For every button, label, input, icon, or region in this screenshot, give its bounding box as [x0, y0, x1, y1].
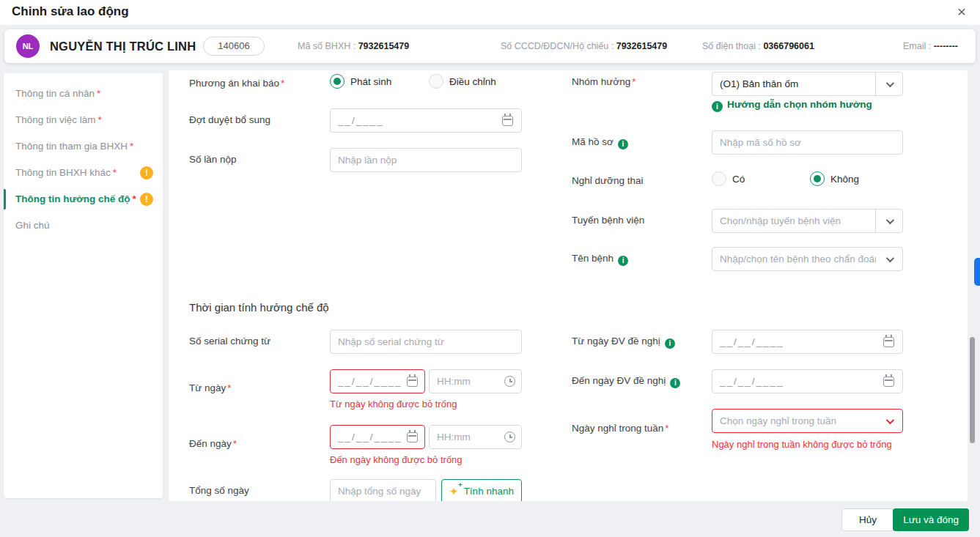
nhom-huong-guide-link[interactable]: iHướng dẫn chọn nhóm hưởng — [712, 99, 872, 112]
field-label-dot-duyet: Đợt duyệt bổ sung — [189, 114, 270, 125]
required-mark: * — [130, 141, 133, 152]
phone-value: 0366796061 — [763, 41, 814, 51]
sidebar-item-thong-tin-tham-gia-bhxh[interactable]: Thông tin tham gia BHXH* — [4, 136, 163, 158]
required-mark: * — [98, 114, 102, 125]
close-icon[interactable]: × — [953, 3, 970, 21]
field-label-so-serial: Số serial chứng từ — [189, 336, 270, 347]
save-and-close-button[interactable]: Lưu và đóng — [893, 508, 969, 531]
radio-phat-sinh[interactable]: Phát sinh — [330, 74, 391, 89]
tu-ngay-dv-date-input[interactable] — [712, 330, 903, 354]
sidebar-item-thong-tin-bhxh-khac[interactable]: Thông tin BHXH khác*! — [4, 162, 163, 184]
required-mark: * — [97, 88, 100, 99]
so-lan-nop-input[interactable] — [330, 148, 522, 172]
sidebar-item-label: Ghi chú — [15, 220, 50, 231]
nhom-huong-value: (O1) Bản thân ốm — [712, 78, 875, 89]
ngay-nghi-error: Ngày nghỉ trong tuần không được bỏ trống — [712, 439, 892, 450]
field-label-nhom-huong: Nhóm hưởng* — [572, 76, 635, 87]
footer-bar: Hủy Lưu và đóng — [0, 503, 980, 537]
field-label-tuyen-benh-vien: Tuyến bệnh viện — [572, 215, 644, 226]
chevron-down-icon — [886, 253, 894, 262]
email-value: -------- — [934, 41, 958, 51]
calendar-icon[interactable] — [502, 116, 513, 126]
required-mark: * — [133, 193, 136, 204]
chevron-down-icon — [886, 215, 894, 223]
dot-duyet-date-input[interactable] — [330, 108, 522, 133]
sidebar-item-thong-tin-viec-lam[interactable]: Thông tin việc làm* — [4, 109, 163, 131]
field-label-ma-ho-so: Mã hồ sơi — [572, 136, 628, 149]
edge-widget[interactable] — [974, 258, 980, 286]
sidebar-item-ghi-chu[interactable]: Ghi chú — [4, 215, 163, 237]
info-icon: i — [618, 139, 628, 149]
field-label-tu-ngay: Từ ngày* — [189, 382, 232, 393]
ten-benh-select[interactable]: Nhập/chọn tên bệnh theo chẩn đoán — [712, 247, 903, 271]
employee-code-badge: 140606 — [203, 37, 265, 56]
info-icon: i — [618, 256, 628, 266]
tinh-nhanh-button[interactable]: ✦Tính nhanh — [441, 479, 522, 501]
info-icon: i — [665, 338, 675, 349]
calendar-icon[interactable] — [407, 377, 418, 387]
cccd-value: 7932615479 — [616, 41, 668, 51]
info-icon: i — [670, 378, 680, 388]
sidebar: Thông tin cá nhân* Thông tin việc làm* T… — [4, 73, 163, 498]
radio-circle — [810, 171, 825, 186]
radio-label: Có — [732, 174, 745, 185]
radio-circle — [330, 74, 345, 89]
radio-label: Phát sinh — [350, 76, 391, 87]
nhom-huong-select[interactable]: (O1) Bản thân ốm — [712, 72, 903, 96]
field-label-ten-benh: Tên bệnhi — [572, 253, 628, 266]
field-label-khai-bao: Phương án khai báo* — [189, 78, 284, 89]
required-mark: * — [113, 167, 117, 178]
radio-label: Điều chỉnh — [449, 76, 496, 87]
vertical-scrollbar[interactable] — [970, 337, 975, 443]
chevron-down-icon — [886, 78, 894, 86]
field-label-den-ngay-dv: Đến ngày ĐV đề nghịi — [572, 375, 680, 388]
ngay-nghi-select[interactable]: Chọn ngày nghỉ trong tuần — [712, 409, 903, 433]
field-label-den-ngay: Đến ngày* — [189, 438, 237, 449]
radio-khong[interactable]: Không — [810, 171, 859, 186]
ngay-nghi-placeholder: Chọn ngày nghỉ trong tuần — [712, 415, 876, 426]
tuyen-benh-vien-select[interactable]: Chọn/nhập tuyến bệnh viện — [712, 209, 903, 233]
section-title-thoi-gian: Thời gian tính hưởng chế độ — [189, 301, 329, 314]
clock-icon[interactable] — [504, 376, 515, 387]
info-icon: i — [712, 101, 723, 112]
ma-ho-so-input[interactable] — [712, 130, 903, 155]
field-label-tong-so-ngay: Tổng số ngày — [189, 485, 249, 496]
employee-email-field: Email : -------- — [903, 29, 958, 63]
sidebar-item-label: Thông tin tham gia BHXH — [15, 141, 128, 152]
radio-circle — [429, 74, 443, 89]
sparkle-icon: ✦ — [449, 485, 459, 498]
employee-summary-card: NL NGUYỄN THỊ TRÚC LINH 140606 Mã số BHX… — [4, 29, 976, 63]
employee-bhxh-field: Mã số BHXH : 7932615479 — [298, 29, 409, 63]
field-label-ngay-nghi: Ngày nghỉ trong tuần* — [572, 423, 669, 434]
den-ngay-error: Đến ngày không được bỏ trống — [330, 454, 463, 465]
sidebar-item-label: Thông tin cá nhân — [15, 88, 95, 99]
calendar-icon[interactable] — [407, 432, 418, 442]
radio-label: Không — [830, 174, 859, 185]
ten-benh-placeholder: Nhập/chọn tên bệnh theo chẩn đoán — [712, 253, 876, 264]
calendar-icon[interactable] — [883, 377, 894, 387]
calendar-icon[interactable] — [883, 337, 894, 347]
so-serial-input[interactable] — [330, 330, 522, 354]
form-panel: Phương án khai báo* Phát sinh Điều chỉnh… — [169, 70, 968, 501]
tu-ngay-error: Từ ngày không được bỏ trống — [330, 399, 457, 410]
den-ngay-dv-date-input[interactable] — [712, 369, 903, 393]
modal-titlebar: Chỉnh sửa lao động × — [0, 0, 980, 25]
cancel-button[interactable]: Hủy — [841, 508, 894, 531]
sidebar-item-thong-tin-ca-nhan[interactable]: Thông tin cá nhân* — [4, 83, 163, 105]
employee-phone-field: Số điện thoại : 0366796061 — [702, 29, 814, 63]
warning-icon: ! — [140, 193, 153, 206]
tong-so-ngay-input[interactable] — [330, 479, 436, 501]
radio-circle — [712, 171, 726, 186]
radio-dieu-chinh[interactable]: Điều chỉnh — [429, 74, 496, 89]
field-label-tu-ngay-dv: Từ ngày ĐV đề nghịi — [572, 336, 675, 349]
employee-name: NGUYỄN THỊ TRÚC LINH — [50, 29, 196, 63]
cccd-label: Số CCCD/ĐDCN/Hộ chiếu : — [501, 41, 616, 51]
sidebar-item-thong-tin-huong-che-do[interactable]: Thông tin hưởng chế độ*! — [4, 188, 163, 210]
clock-icon[interactable] — [504, 432, 515, 442]
field-label-so-lan-nop: Số lần nộp — [189, 154, 237, 165]
radio-co[interactable]: Có — [712, 171, 745, 186]
page-title: Chỉnh sửa lao động — [12, 4, 129, 19]
sidebar-item-label: Thông tin việc làm — [15, 114, 96, 125]
phone-label: Số điện thoại : — [702, 41, 763, 51]
email-label: Email : — [903, 41, 934, 51]
